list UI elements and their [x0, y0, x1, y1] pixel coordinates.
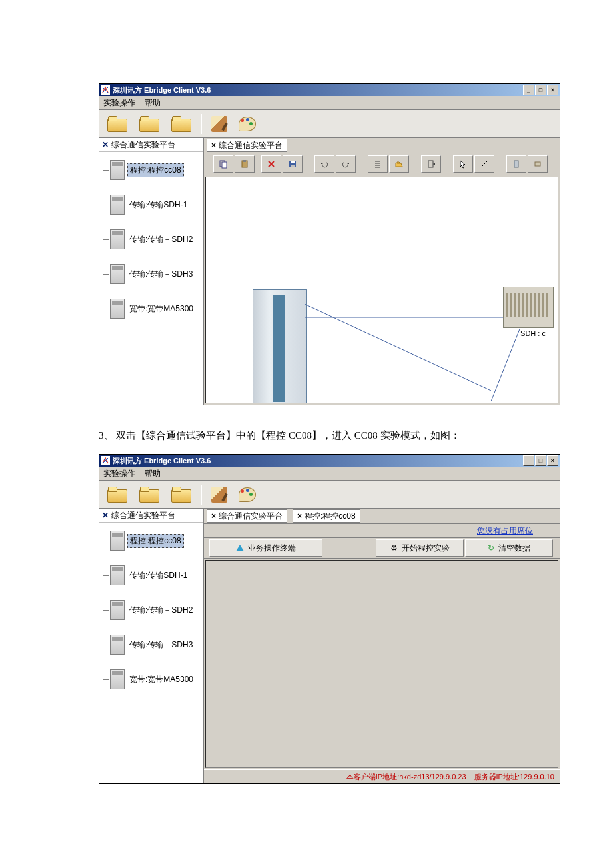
tree-header: ✕ 综合通信实验平台	[99, 138, 203, 152]
triangle-icon	[236, 545, 244, 551]
svg-rect-8	[514, 161, 518, 167]
toolbar-palette[interactable]	[235, 483, 260, 506]
menu-experiment[interactable]: 实验操作	[103, 468, 135, 479]
tree-node-cc08[interactable]: 程控:程控cc08	[101, 528, 202, 553]
connection-lines	[305, 297, 531, 403]
tab-close-icon[interactable]: ×	[211, 141, 216, 150]
status-server-ip: 服务器IP地址:129.9.0.10	[474, 772, 560, 782]
main-toolbar	[99, 110, 560, 138]
device1-icon[interactable]	[506, 155, 526, 173]
list-icon[interactable]	[368, 155, 388, 173]
canvas-toolbar	[204, 153, 560, 175]
main-toolbar	[99, 481, 560, 509]
delete-icon[interactable]	[261, 155, 281, 173]
tree-header-label: 综合通信实验平台	[111, 139, 175, 151]
cabinet-graphic	[253, 289, 307, 403]
minimize-button[interactable]: _	[523, 455, 534, 466]
instruction-text: 3、 双击【综合通信试验平台】中的【程控 CC08】，进入 CC08 实验模式，…	[99, 429, 613, 442]
redo-icon[interactable]	[336, 155, 356, 173]
device2-icon[interactable]	[528, 155, 548, 173]
app-icon	[101, 456, 110, 465]
sdh-graphic	[503, 287, 554, 328]
gear-icon: ⚙	[390, 543, 398, 553]
menu-bar: 实验操作 帮助	[99, 96, 560, 110]
toolbar-folder-2[interactable]	[134, 113, 163, 135]
sidebar: ✕ 综合通信实验平台 程控:程控cc08 传输:传输SDH-1 传输:传输－SD…	[99, 138, 204, 405]
menu-experiment[interactable]: 实验操作	[103, 97, 135, 109]
svg-rect-1	[222, 162, 227, 168]
tree-header-icon: ✕	[102, 140, 109, 149]
tree-node-sdh2[interactable]: 传输:传输－SDH2	[101, 227, 202, 252]
btn-start[interactable]: ⚙ 开始程控实验	[376, 539, 464, 557]
action-row: 业务操作终端 ⚙ 开始程控实验 ↻ 清空数据	[204, 538, 560, 559]
rack-icon	[110, 299, 125, 319]
svg-rect-7	[428, 161, 433, 167]
maximize-button[interactable]: □	[535, 455, 546, 466]
tree-node-cc08[interactable]: 程控:程控cc08	[101, 157, 202, 183]
svg-rect-9	[535, 162, 540, 166]
screenshot-2: 深圳讯方 Ebridge Client V3.6 _ □ × 实验操作 帮助 ✕…	[99, 454, 560, 784]
svg-rect-3	[243, 160, 246, 162]
refresh-icon: ↻	[488, 543, 494, 553]
toolbar-folder-3[interactable]	[166, 483, 195, 506]
title-bar: 深圳讯方 Ebridge Client V3.6 _ □ ×	[99, 84, 560, 96]
tab-cc08[interactable]: ×程控:程控cc08	[293, 509, 360, 523]
pointer-icon[interactable]	[453, 155, 473, 173]
tree-node-sdh2[interactable]: 传输:传输－SDH2	[101, 597, 202, 623]
tree-node-sdh3[interactable]: 传输:传输－SDH3	[101, 632, 202, 657]
menu-bar: 实验操作 帮助	[99, 467, 560, 481]
status-bar: 本客户端IP地址:hkd-zd13/129.9.0.23 服务器IP地址:129…	[204, 769, 560, 783]
tree-node-ma5300[interactable]: 宽带:宽带MA5300	[101, 296, 202, 321]
main-panel: ×综合通信实验平台 ×程控:程控cc08 您没有占用席位 业务操作终端 ⚙ 开始…	[204, 509, 560, 783]
toolbar-brush[interactable]	[207, 483, 232, 506]
line-icon[interactable]	[474, 155, 494, 173]
rack-icon	[110, 229, 125, 249]
close-button[interactable]: ×	[547, 455, 558, 466]
tab-row: ×综合通信实验平台	[204, 138, 560, 153]
rack-icon	[110, 635, 125, 655]
minimize-button[interactable]: _	[523, 85, 534, 95]
rack-icon	[110, 264, 125, 284]
tab-close-icon[interactable]: ×	[211, 511, 216, 521]
save-icon[interactable]	[283, 155, 303, 173]
menu-help[interactable]: 帮助	[145, 97, 161, 109]
tree-header: ✕ 综合通信实验平台	[99, 509, 203, 523]
tab-platform[interactable]: ×综合通信实验平台	[207, 509, 287, 523]
app-icon	[101, 85, 110, 95]
tree-header-label: 综合通信实验平台	[111, 510, 175, 521]
export-icon[interactable]	[421, 155, 441, 173]
rack-icon	[110, 195, 125, 215]
tree-node-sdh3[interactable]: 传输:传输－SDH3	[101, 261, 202, 287]
toolbar-folder-2[interactable]	[134, 483, 163, 506]
tab-close-icon[interactable]: ×	[297, 511, 302, 521]
tree-node-ma5300[interactable]: 宽带:宽带MA5300	[101, 667, 202, 692]
seat-link[interactable]: 您没有占用席位	[477, 524, 560, 537]
menu-help[interactable]: 帮助	[145, 468, 161, 479]
window-title: 深圳讯方 Ebridge Client V3.6	[113, 85, 523, 95]
toolbar-palette[interactable]	[235, 113, 260, 135]
btn-terminal[interactable]: 业务操作终端	[209, 539, 322, 557]
copy-icon[interactable]	[213, 155, 233, 173]
close-button[interactable]: ×	[547, 85, 558, 95]
tree-node-sdh1[interactable]: 传输:传输SDH-1	[101, 192, 202, 217]
content-area	[205, 560, 558, 768]
diagram-canvas[interactable]: SDH : c	[205, 177, 558, 403]
toolbar-folder-3[interactable]	[166, 113, 195, 135]
tab-platform[interactable]: ×综合通信实验平台	[207, 139, 287, 152]
toolbar-brush[interactable]	[207, 113, 232, 135]
svg-rect-5	[291, 161, 295, 163]
tree-header-icon: ✕	[102, 511, 109, 520]
paste-icon[interactable]	[235, 155, 255, 173]
svg-rect-6	[291, 165, 295, 167]
main-panel: ×综合通信实验平台	[204, 138, 560, 405]
toolbar-folder-1[interactable]	[102, 113, 131, 135]
open-icon[interactable]	[389, 155, 409, 173]
tree-node-sdh1[interactable]: 传输:传输SDH-1	[101, 563, 202, 588]
maximize-button[interactable]: □	[535, 85, 546, 95]
status-client-ip: 本客户端IP地址:hkd-zd13/129.9.0.23	[346, 772, 474, 782]
toolbar-folder-1[interactable]	[102, 483, 131, 506]
rack-icon	[110, 669, 125, 689]
undo-icon[interactable]	[314, 155, 334, 173]
info-bar: 您没有占用席位	[204, 524, 560, 538]
btn-clear[interactable]: ↻ 清空数据	[465, 539, 553, 557]
